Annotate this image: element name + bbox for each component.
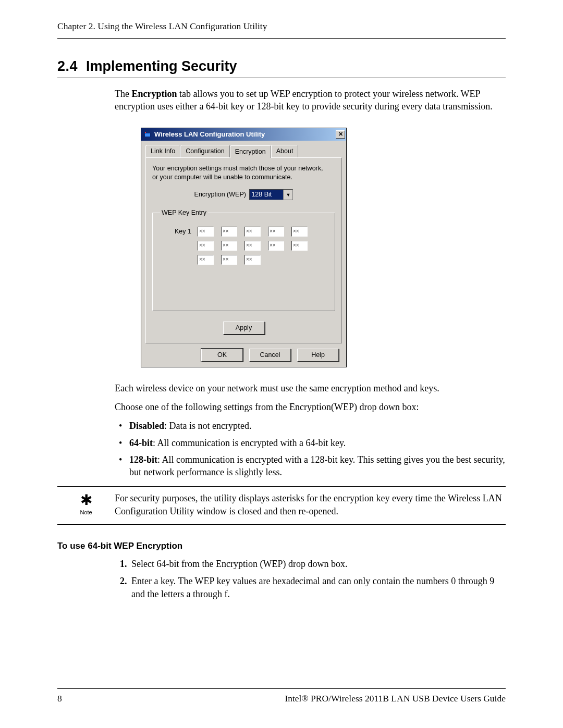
key-cell[interactable]: ×× bbox=[244, 255, 261, 265]
list-item: Disabled: Data is not encrypted. bbox=[115, 419, 506, 432]
svg-rect-2 bbox=[145, 132, 146, 133]
group-legend: WEP Key Entry bbox=[160, 208, 208, 217]
dialog-title: Wireless LAN Configuration Utility bbox=[154, 130, 336, 139]
tab-strip: Link Info Configuration Encryption About bbox=[145, 145, 342, 158]
list-item: 64-bit: All communication is encrypted w… bbox=[115, 437, 506, 449]
key-cell[interactable]: ×× bbox=[244, 241, 261, 251]
divider bbox=[57, 688, 506, 689]
divider bbox=[57, 524, 506, 525]
key-cell[interactable]: ×× bbox=[244, 227, 261, 237]
key-cell[interactable]: ×× bbox=[221, 241, 237, 251]
tab-about[interactable]: About bbox=[271, 145, 299, 158]
key-cell[interactable]: ×× bbox=[221, 255, 237, 265]
titlebar[interactable]: Wireless LAN Configuration Utility ✕ bbox=[141, 128, 346, 141]
section-heading: 2.4 Implementing Security bbox=[57, 58, 506, 75]
step-item: Enter a key. The WEP key values are hexa… bbox=[129, 575, 506, 601]
body-text: Choose one of the following settings fro… bbox=[115, 401, 506, 413]
dropdown-value: 128 Bit bbox=[250, 190, 283, 200]
ok-button[interactable]: OK bbox=[201, 349, 243, 362]
note-label: Note bbox=[57, 509, 115, 516]
tab-panel-encryption: Your encryption settings must match thos… bbox=[145, 157, 342, 343]
note-block: ✱ Note For security purposes, the utilit… bbox=[57, 486, 506, 525]
page-number: 8 bbox=[57, 693, 62, 704]
tab-encryption[interactable]: Encryption bbox=[230, 145, 271, 158]
key-cell[interactable]: ×× bbox=[198, 255, 214, 265]
encryption-wep-label: Encryption (WEP) bbox=[194, 191, 246, 198]
step-item: Select 64-bit from the Encryption (WEP) … bbox=[129, 558, 506, 571]
subsection-title: To use 64-bit WEP Encryption bbox=[57, 540, 506, 552]
key-cell[interactable]: ×× bbox=[198, 227, 214, 237]
divider bbox=[57, 486, 506, 487]
list-item: 128-bit: All communication is encrypted … bbox=[115, 453, 506, 479]
app-icon bbox=[143, 130, 152, 139]
key-cell[interactable]: ×× bbox=[291, 227, 308, 237]
note-icon: ✱ bbox=[57, 493, 115, 508]
key-cell[interactable]: ×× bbox=[268, 227, 284, 237]
tab-configuration[interactable]: Configuration bbox=[180, 145, 229, 158]
svg-rect-1 bbox=[145, 133, 150, 137]
running-header: Chapter 2. Using the Wireless LAN Config… bbox=[57, 21, 506, 32]
note-text: For security purposes, the utility displ… bbox=[115, 492, 506, 518]
steps-list: Select 64-bit from the Encryption (WEP) … bbox=[115, 558, 506, 600]
key-cell[interactable]: ×× bbox=[221, 227, 237, 237]
divider bbox=[57, 38, 506, 39]
help-button[interactable]: Help bbox=[297, 349, 339, 362]
encryption-wep-dropdown[interactable]: 128 Bit ▼ bbox=[249, 189, 293, 200]
wep-key-entry-group: WEP Key Entry Key 1 ×× ×× ×× ×× ×× bbox=[152, 208, 335, 311]
tab-link-info[interactable]: Link Info bbox=[145, 145, 180, 158]
wlan-config-dialog: Wireless LAN Configuration Utility ✕ Lin… bbox=[141, 128, 347, 367]
key-cell[interactable]: ×× bbox=[268, 241, 284, 251]
section-title: Implementing Security bbox=[86, 58, 237, 75]
wep-options-list: Disabled: Data is not encrypted. 64-bit:… bbox=[115, 419, 506, 478]
encryption-info-text: Your encryption settings must match thos… bbox=[152, 164, 335, 182]
key-1-label: Key 1 bbox=[160, 227, 191, 236]
guide-title: Intel® PRO/Wireless 2011B LAN USB Device… bbox=[285, 693, 506, 704]
page-footer: 8 Intel® PRO/Wireless 2011B LAN USB Devi… bbox=[57, 688, 506, 704]
apply-button[interactable]: Apply bbox=[223, 322, 265, 335]
close-button[interactable]: ✕ bbox=[336, 130, 345, 139]
key-cell[interactable]: ×× bbox=[291, 241, 308, 251]
intro-paragraph: The Encryption tab allows you to set up … bbox=[115, 88, 506, 113]
chevron-down-icon[interactable]: ▼ bbox=[283, 190, 292, 200]
section-number: 2.4 bbox=[57, 58, 86, 75]
body-text: Each wireless device on your network mus… bbox=[115, 382, 506, 394]
divider bbox=[57, 78, 506, 78]
cancel-button[interactable]: Cancel bbox=[249, 349, 291, 362]
key-cell[interactable]: ×× bbox=[198, 241, 214, 251]
